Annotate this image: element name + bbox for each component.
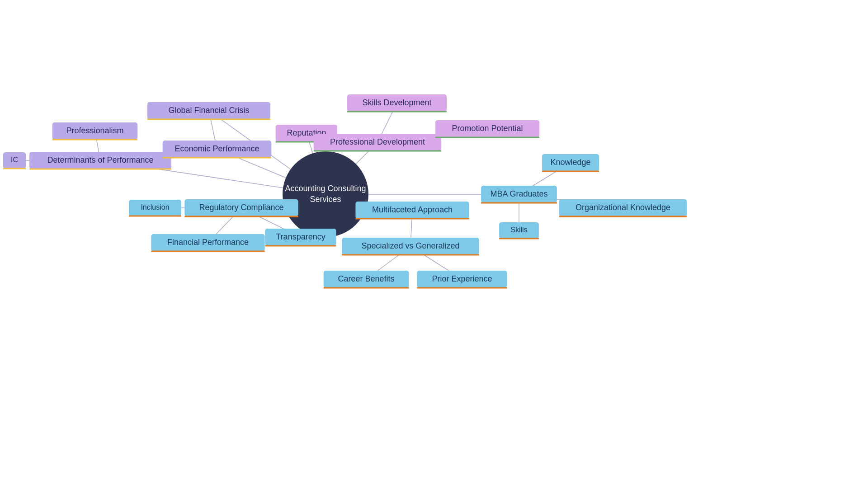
node-economic-performance: Economic Performance bbox=[163, 141, 272, 158]
node-promotion-potential: Promotion Potential bbox=[435, 120, 539, 137]
svg-text:Career Benefits: Career Benefits bbox=[338, 274, 394, 283]
mindmap-svg: Accounting ConsultingServicesProfessiona… bbox=[0, 0, 868, 488]
svg-text:Services: Services bbox=[310, 195, 341, 204]
svg-text:Professional Development: Professional Development bbox=[330, 137, 425, 146]
node-professionalism: Professionalism bbox=[52, 122, 138, 140]
node-inclusion: Inclusion bbox=[129, 200, 181, 216]
node-skills-development: Skills Development bbox=[347, 94, 447, 112]
svg-text:Professionalism: Professionalism bbox=[66, 126, 123, 135]
svg-text:Multifaceted Approach: Multifaceted Approach bbox=[372, 205, 453, 214]
node-knowledge: Knowledge bbox=[542, 154, 599, 171]
node-organizational-knowledge: Organizational Knowledge bbox=[559, 199, 687, 216]
svg-text:Global Financial Crisis: Global Financial Crisis bbox=[168, 106, 249, 115]
node-global-financial: Global Financial Crisis bbox=[147, 102, 270, 119]
node-multifaceted: Multifaceted Approach bbox=[355, 202, 469, 219]
svg-text:Economic Performance: Economic Performance bbox=[175, 144, 259, 153]
node-career-benefits: Career Benefits bbox=[324, 271, 409, 288]
svg-text:Organizational Knowledge: Organizational Knowledge bbox=[576, 203, 670, 212]
node-specialized: Specialized vs Generalized bbox=[342, 238, 479, 255]
svg-text:MBA Graduates: MBA Graduates bbox=[490, 189, 547, 198]
svg-text:Skills: Skills bbox=[510, 226, 527, 234]
svg-text:Accounting Consulting: Accounting Consulting bbox=[285, 184, 366, 193]
svg-text:Financial Performance: Financial Performance bbox=[167, 238, 249, 247]
node-ic: IC bbox=[3, 152, 26, 169]
node-mba-graduates: MBA Graduates bbox=[481, 186, 557, 203]
svg-text:Transparency: Transparency bbox=[276, 232, 325, 241]
node-prior-experience: Prior Experience bbox=[417, 271, 507, 288]
svg-text:Specialized vs Generalized: Specialized vs Generalized bbox=[361, 241, 459, 250]
node-skills: Skills bbox=[499, 222, 539, 239]
node-professional-development: Professional Development bbox=[314, 134, 442, 151]
node-financial-performance: Financial Performance bbox=[151, 234, 264, 251]
svg-text:Regulatory Compliance: Regulatory Compliance bbox=[199, 203, 283, 212]
svg-text:IC: IC bbox=[11, 156, 18, 164]
node-determinants: Determinants of Performance bbox=[29, 152, 171, 169]
svg-text:Inclusion: Inclusion bbox=[141, 203, 169, 211]
svg-text:Skills Development: Skills Development bbox=[362, 98, 431, 107]
node-regulatory-compliance: Regulatory Compliance bbox=[184, 199, 298, 216]
svg-text:Promotion Potential: Promotion Potential bbox=[452, 124, 523, 133]
svg-text:Knowledge: Knowledge bbox=[550, 158, 590, 167]
node-transparency: Transparency bbox=[265, 229, 336, 246]
svg-text:Prior Experience: Prior Experience bbox=[432, 274, 492, 283]
svg-text:Determinants of Performance: Determinants of Performance bbox=[47, 155, 153, 164]
